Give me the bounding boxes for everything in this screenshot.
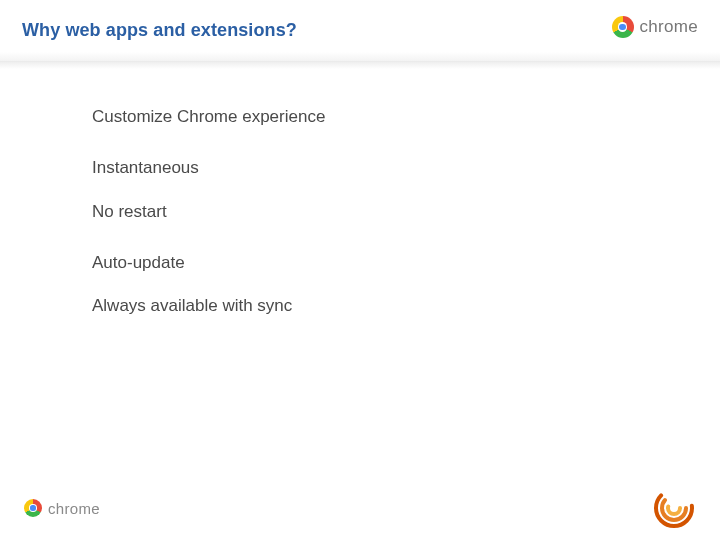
chrome-logo-icon: [612, 16, 634, 38]
slide: Why web apps and extensions? chrome Cust…: [0, 0, 720, 540]
chrome-logo-icon: [24, 499, 42, 517]
brand-top: chrome: [612, 16, 699, 38]
content-area: Customize Chrome experience Instantaneou…: [0, 62, 720, 316]
bullet-item: Always available with sync: [92, 295, 720, 316]
header-bar: Why web apps and extensions? chrome: [0, 0, 720, 62]
svg-point-1: [662, 496, 686, 520]
footer-bar: chrome: [0, 486, 720, 540]
svg-point-2: [668, 502, 680, 514]
bullet-item: Auto-update: [92, 252, 720, 273]
brand-label: chrome: [48, 500, 100, 517]
company-swirl-icon: [652, 486, 696, 530]
brand-bottom: chrome: [24, 499, 100, 517]
bullet-item: No restart: [92, 201, 720, 222]
slide-title: Why web apps and extensions?: [22, 20, 297, 41]
bullet-item: Instantaneous: [92, 157, 720, 178]
bullet-item: Customize Chrome experience: [92, 106, 720, 127]
brand-label: chrome: [640, 17, 699, 37]
